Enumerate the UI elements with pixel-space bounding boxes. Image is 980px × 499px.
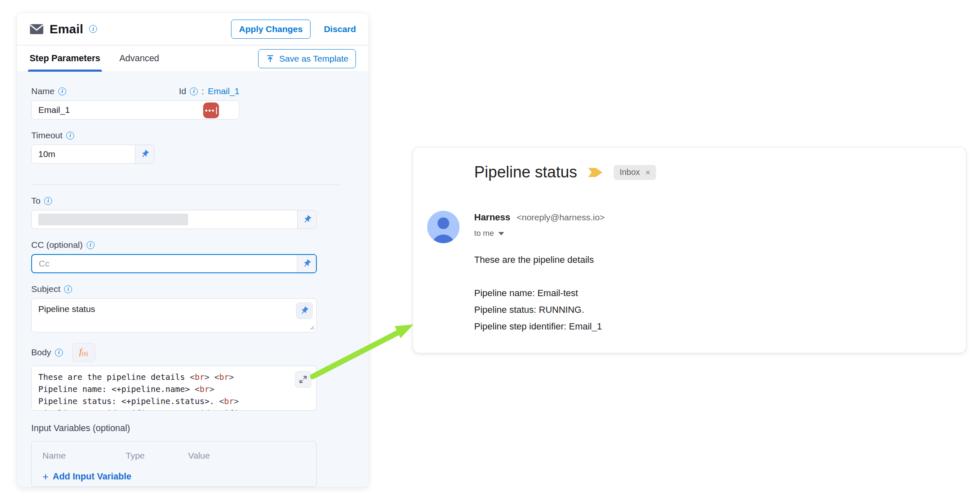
sender-email: <noreply@harness.io>: [517, 212, 605, 222]
section-divider: [31, 185, 339, 185]
cc-pin-button[interactable]: [297, 255, 316, 272]
email-subject-title: Pipeline status: [474, 163, 577, 181]
tab-advanced[interactable]: Advanced: [119, 45, 159, 72]
cc-info-icon[interactable]: i: [87, 241, 95, 249]
name-id-row: Name i Id i : Email_1: [31, 86, 239, 96]
cc-input-shell: [31, 254, 317, 273]
email-preview-card: Pipeline status Inbox × Harness <noreply…: [413, 147, 966, 353]
email-body-line: Pipeline step identifier: Email_1: [474, 318, 602, 335]
to-label: To: [31, 196, 40, 206]
input-variables-header-row: Name Type Value: [42, 451, 306, 461]
to-info-icon[interactable]: i: [44, 197, 52, 205]
body-label-wrap: Body i: [31, 347, 63, 357]
body-info-icon[interactable]: i: [55, 349, 63, 357]
discard-button[interactable]: Discard: [324, 24, 356, 34]
pin-icon: [300, 257, 313, 270]
subject-label-wrap: Subject i: [31, 284, 354, 294]
email-body-line: These are the pipeline details: [474, 252, 602, 268]
resize-handle[interactable]: [308, 324, 315, 330]
name-info-icon[interactable]: i: [58, 87, 66, 95]
plus-icon: +: [42, 472, 49, 482]
page: { "icons": { "info": "i" }, "colors": { …: [0, 0, 980, 499]
tab-step-parameters[interactable]: Step Parameters: [30, 45, 100, 72]
pin-icon: [138, 148, 151, 161]
inbox-label: Inbox: [619, 167, 640, 177]
subject-box: Pipeline status: [31, 298, 317, 332]
expand-editor-button[interactable]: [295, 371, 311, 388]
redacted-email-value: [38, 214, 188, 225]
column-header-type: Type: [126, 451, 188, 461]
person-icon: [427, 211, 460, 243]
id-info-icon[interactable]: i: [190, 87, 198, 95]
tab-bar: Step Parameters Advanced Save as Templat…: [17, 45, 368, 72]
save-as-template-label: Save as Template: [279, 54, 348, 64]
body-editor[interactable]: These are the pipeline details <br> <br>…: [31, 366, 317, 411]
column-header-name: Name: [42, 451, 126, 461]
email-icon: [30, 24, 44, 35]
email-body: These are the pipeline details Pipeline …: [474, 252, 602, 335]
body-editor-code: These are the pipeline details <br> <br>…: [38, 371, 310, 411]
sender-block: Harness <noreply@harness.io> to me: [474, 212, 605, 238]
input-variables-box: Name Type Value + Add Input Variable: [31, 441, 317, 487]
add-input-variable-label: Add Input Variable: [53, 472, 132, 482]
body-label: Body: [31, 347, 51, 357]
expand-icon: [299, 375, 307, 384]
step-parameters-form: Name i Id i : Email_1 Timeout i: [17, 72, 368, 487]
name-label: Name: [31, 86, 55, 96]
timeout-label-wrap: Timeout i: [31, 130, 354, 140]
name-label-wrap: Name i: [31, 86, 66, 96]
sender-line: Harness <noreply@harness.io>: [474, 212, 605, 223]
inbox-label-pill[interactable]: Inbox ×: [614, 165, 656, 180]
timeout-label: Timeout: [31, 130, 62, 140]
to-input-shell[interactable]: [31, 210, 317, 229]
id-colon: :: [201, 86, 204, 96]
subject-textarea[interactable]: Pipeline status: [32, 299, 316, 332]
panel-header: Email i Apply Changes Discard: [17, 13, 368, 45]
subject-label: Subject: [31, 284, 60, 294]
page-title: Email: [50, 22, 83, 36]
email-body-line: [474, 268, 602, 285]
cc-label: CC (optional): [31, 240, 83, 250]
timeout-info-icon[interactable]: i: [66, 132, 74, 140]
pin-icon: [298, 304, 311, 317]
panel-title-wrap: Email i: [30, 22, 97, 36]
value-type-fixed-icon[interactable]: [203, 102, 219, 118]
subject-pin-button[interactable]: [296, 302, 313, 319]
body-label-row: Body i f (x): [31, 343, 354, 362]
id-label: Id: [179, 86, 187, 96]
export-icon: [266, 54, 275, 63]
email-body-line: Pipeline name: Email-test: [474, 285, 602, 302]
recipient-label: to me: [474, 229, 494, 238]
column-header-value: Value: [188, 451, 210, 461]
chevron-down-icon: [498, 232, 504, 235]
pin-icon: [301, 213, 313, 226]
fx-sub: (x): [82, 350, 88, 357]
timeout-input[interactable]: [32, 145, 135, 163]
apply-changes-button[interactable]: Apply Changes: [231, 20, 311, 39]
add-input-variable-button[interactable]: + Add Input Variable: [42, 472, 306, 482]
email-info-icon[interactable]: i: [89, 25, 97, 33]
remove-label-icon[interactable]: ×: [645, 167, 650, 177]
name-input-shell: [31, 100, 239, 120]
timeout-pin-button[interactable]: [135, 145, 154, 163]
subject-info-icon[interactable]: i: [64, 285, 72, 293]
id-group: Id i : Email_1: [179, 86, 239, 96]
to-label-wrap: To i: [31, 196, 354, 206]
cc-input[interactable]: [32, 255, 297, 272]
id-value-link[interactable]: Email_1: [208, 86, 239, 96]
recipient-dropdown[interactable]: to me: [474, 229, 605, 238]
header-actions: Apply Changes Discard: [231, 20, 356, 39]
input-variables-label: Input Variables (optional): [31, 423, 354, 434]
to-pin-button[interactable]: [297, 210, 316, 229]
email-title-row: Pipeline status Inbox ×: [474, 163, 656, 181]
important-marker-icon[interactable]: [588, 167, 603, 178]
email-body-line: Pipeline status: RUNNING.: [474, 302, 602, 318]
expression-fx-button[interactable]: f (x): [72, 343, 95, 362]
email-step-panel: Email i Apply Changes Discard Step Param…: [17, 12, 369, 487]
sender-avatar: [427, 211, 460, 243]
timeout-input-shell: [31, 145, 154, 164]
save-as-template-button[interactable]: Save as Template: [258, 49, 356, 68]
cc-label-wrap: CC (optional) i: [31, 240, 354, 250]
sender-name: Harness: [474, 212, 510, 222]
